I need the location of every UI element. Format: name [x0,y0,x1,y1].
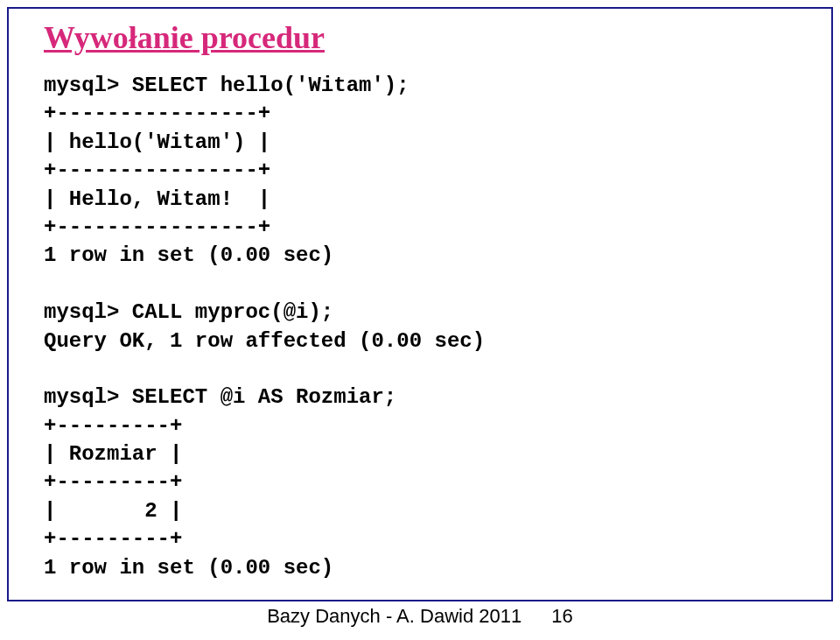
footer-text: Bazy Danych - A. Dawid 2011 [267,605,522,627]
slide-footer: Bazy Danych - A. Dawid 2011 16 [0,605,840,628]
code-block: mysql> SELECT hello('Witam'); +---------… [44,72,796,582]
page-number: 16 [551,605,572,627]
slide-title: Wywołanie procedur [44,19,796,56]
slide-container: Wywołanie procedur mysql> SELECT hello('… [7,7,833,601]
